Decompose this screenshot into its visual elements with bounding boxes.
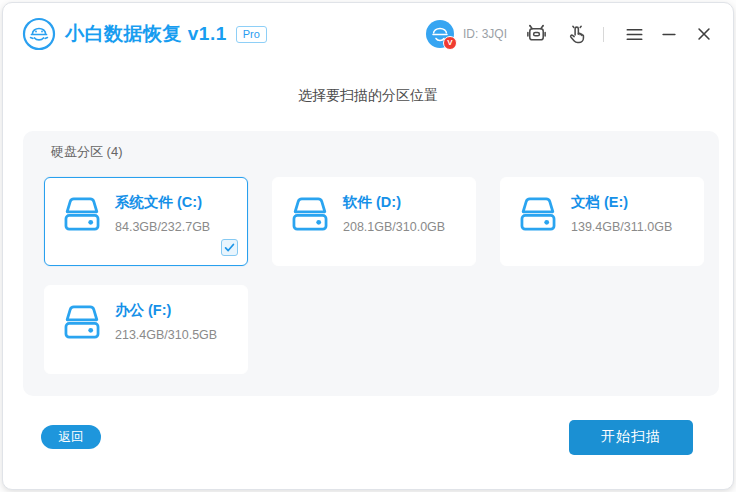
section-label: 硬盘分区 (4) <box>51 143 123 161</box>
partition-card-e[interactable]: 文档 (E:) 139.4GB/311.0GB <box>500 177 704 266</box>
app-title: 小白数据恢复 v1.1 <box>65 21 227 47</box>
start-scan-button[interactable]: 开始扫描 <box>569 420 693 455</box>
footer: 返回 开始扫描 <box>41 419 693 455</box>
partitions-panel: 硬盘分区 (4) www.pHome.NET 系统文件 (C:) 84.3GB/… <box>23 131 719 396</box>
menu-icon[interactable] <box>624 24 644 44</box>
vip-badge: V <box>443 36 457 50</box>
partition-size: 213.4GB/310.5GB <box>115 328 217 342</box>
pro-badge: Pro <box>236 26 267 43</box>
partition-size: 208.1GB/310.0GB <box>343 220 445 234</box>
hard-drive-icon <box>516 196 560 233</box>
partition-size: 84.3GB/232.7GB <box>115 220 210 234</box>
partition-grid: 系统文件 (C:) 84.3GB/232.7GB <box>44 177 704 374</box>
partition-card-c[interactable]: 系统文件 (C:) 84.3GB/232.7GB <box>44 177 248 266</box>
back-button[interactable]: 返回 <box>41 425 101 449</box>
service-robot-icon[interactable] <box>524 22 548 46</box>
title-bar: 小白数据恢复 v1.1 Pro V ID: 3JQI <box>3 3 733 65</box>
partition-name: 办公 (F:) <box>115 301 217 320</box>
close-icon[interactable] <box>694 24 714 44</box>
header-divider <box>603 27 604 42</box>
user-avatar[interactable]: V <box>426 20 454 48</box>
partition-name: 软件 (D:) <box>343 193 445 212</box>
checkbox-checked-icon[interactable] <box>221 239 238 256</box>
partition-name: 系统文件 (C:) <box>115 193 210 212</box>
user-id: ID: 3JQI <box>463 27 507 41</box>
hard-drive-icon <box>60 304 104 341</box>
partition-card-f[interactable]: 办公 (F:) 213.4GB/310.5GB <box>44 285 248 374</box>
app-window: 小白数据恢复 v1.1 Pro V ID: 3JQI <box>2 2 734 490</box>
hard-drive-icon <box>288 196 332 233</box>
app-logo-icon <box>22 17 56 51</box>
hard-drive-icon <box>60 196 104 233</box>
page-title: 选择要扫描的分区位置 <box>3 87 733 105</box>
partition-name: 文档 (E:) <box>571 193 672 212</box>
touch-like-icon[interactable] <box>565 22 589 46</box>
minimize-icon[interactable] <box>659 24 679 44</box>
partition-size: 139.4GB/311.0GB <box>571 220 672 234</box>
partition-card-d[interactable]: 软件 (D:) 208.1GB/310.0GB <box>272 177 476 266</box>
